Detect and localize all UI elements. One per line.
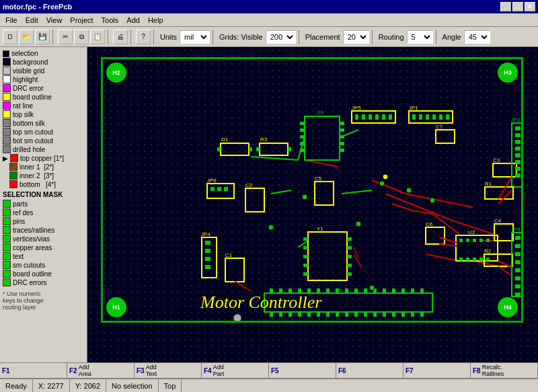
svg-rect-79 [205,257,210,261]
layer-bottom[interactable]: bottom [4*] [3,180,84,188]
layer-drc-error[interactable]: DRC error [3,84,84,92]
svg-text:Y1: Y1 [317,226,323,232]
mask-text[interactable]: text [3,252,84,260]
layer-color-swatch [10,154,18,162]
svg-text:C7: C7 [436,124,443,130]
menu-item-project[interactable]: Project [66,15,97,26]
layer-drilled-hole[interactable]: drilled hole [3,145,84,153]
mask-copper[interactable]: copper areas [3,243,84,251]
svg-rect-53 [412,114,416,120]
print-button[interactable]: 🖨 [113,30,128,44]
angle-select[interactable]: 45 90 0 [464,30,490,44]
status-x: X: 2277 [33,379,70,392]
routing-select[interactable]: 5 10 20 [407,30,433,44]
fkey-f5[interactable]: F5 [269,363,336,378]
mask-vertices[interactable]: vertices/vias [3,235,84,243]
paste-button[interactable]: 📋 [90,30,105,44]
svg-rect-155 [392,312,395,317]
svg-rect-88 [303,264,308,267]
menu-item-add[interactable]: Add [122,15,144,26]
mask-smcutouts[interactable]: sm cutouts [3,261,84,269]
svg-rect-99 [459,239,463,242]
placement-select[interactable]: 20 10 5 [343,30,369,44]
layer-inner1[interactable]: inner 1 [2*] [3,163,84,171]
mask-board-outline[interactable]: board outline [3,270,84,278]
layer-top-sm-cutout[interactable]: top sm cutout [3,128,84,136]
menu-item-file[interactable]: File [1,15,22,26]
svg-rect-50 [389,114,392,120]
mask-refdes[interactable]: ref des [3,208,84,217]
units-select[interactable]: mil mm [180,30,210,44]
svg-point-172 [406,188,412,193]
svg-text:R3: R3 [260,136,268,143]
svg-rect-156 [401,312,405,317]
layer-top-silk[interactable]: top silk [3,110,84,118]
fkey-num: F8 [473,367,481,375]
layer-inner2[interactable]: inner 2 [3*] [3,171,84,180]
fkey-label: Add Area [79,364,91,377]
layer-name: DRC error [13,85,44,92]
close-button[interactable]: ✕ [525,2,535,11]
layer-rat-line[interactable]: rat line [3,102,84,110]
fkey-f6[interactable]: F6 [336,363,404,378]
grids-select[interactable]: 200 100 50 [266,30,296,44]
svg-rect-151 [354,312,358,317]
menu-item-help[interactable]: Help [144,15,167,26]
mask-name: parts [13,200,28,208]
layer-bottom-silk[interactable]: bottom silk [3,119,84,127]
layer-color-swatch [3,58,11,66]
fkey-f4[interactable]: F4Add Part [202,363,269,378]
svg-line-8 [251,157,298,160]
fkey-f3[interactable]: F3Add Text [134,363,202,378]
open-button[interactable]: 📂 [19,30,34,44]
svg-rect-107 [479,258,483,261]
fkey-f1[interactable]: F1 [0,363,67,378]
svg-rect-101 [473,239,476,242]
svg-rect-119 [515,268,521,272]
fkey-f2[interactable]: F2Add Area [67,363,134,378]
layer-color-swatch [9,163,17,171]
menu-item-view[interactable]: View [42,15,67,26]
new-button[interactable]: 🗋 [3,30,17,44]
svg-rect-47 [369,114,372,120]
save-button[interactable]: 💾 [35,30,50,44]
copy-button[interactable]: ⧉ [74,30,89,44]
svg-rect-122 [515,292,521,297]
help-button[interactable]: ? [136,30,151,44]
fkey-f8[interactable]: F8Recalc. Ratlines [471,363,538,378]
layer-board-outline[interactable]: board outline [3,93,84,101]
layer-highlight[interactable]: highlight [3,75,84,83]
layer-top-copper[interactable]: ▶ top copper [1*] [3,154,84,162]
separator-5 [213,30,215,44]
svg-rect-69 [515,153,521,157]
svg-line-6 [426,254,459,261]
svg-rect-68 [515,147,521,151]
status-ready: Ready [0,379,33,392]
menu-item-edit[interactable]: Edit [22,15,42,26]
mask-parts[interactable]: parts [3,200,84,208]
layer-selection[interactable]: selection [3,50,84,57]
minimize-button[interactable]: _ [500,2,511,11]
layer-color-swatch [3,128,11,136]
layer-visible-grid[interactable]: visible grid [3,67,84,75]
mask-color [3,217,11,225]
menu-item-tools[interactable]: Tools [98,15,123,26]
svg-line-165 [498,190,512,204]
svg-rect-131 [326,288,330,293]
fkey-f7[interactable]: F7 [404,363,471,378]
mask-pins[interactable]: pins [3,217,84,225]
layer-bot-sm-cutout[interactable]: bot sm cutout [3,136,84,145]
maximize-button[interactable]: □ [512,2,523,11]
layer-background[interactable]: background [3,58,84,66]
pcb-canvas[interactable]: H2 H3 H1 H4 [87,47,538,362]
svg-rect-41 [217,187,221,191]
svg-rect-59 [436,130,455,143]
svg-rect-157 [411,312,414,317]
svg-text:JP5: JP5 [352,105,361,111]
board-outline: H2 H3 H1 H4 [101,57,523,323]
svg-rect-115 [515,236,521,240]
mask-traces[interactable]: traces/ratlines [3,226,84,234]
cut-button[interactable]: ✂ [58,30,73,44]
layer-name: inner 1 [2*] [20,163,54,171]
mask-drc-errors[interactable]: DRC errors [3,278,84,286]
